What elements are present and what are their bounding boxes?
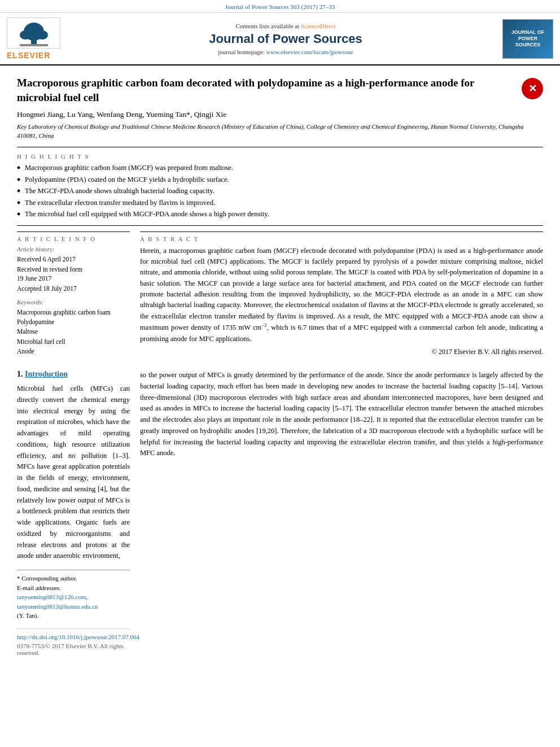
article-title-section: Macroporous graphitic carbon foam decora…: [17, 76, 543, 104]
article-info-label: A R T I C L E I N F O: [17, 231, 130, 242]
article-info-divider: [17, 225, 543, 226]
elsevier-logo-image: [7, 18, 60, 49]
article-body: Macroporous graphitic carbon foam decora…: [0, 65, 560, 667]
bottom-bar: http://dx.doi.org/10.1016/j.jpowsour.201…: [17, 628, 130, 656]
email-link-2[interactable]: tanyueming0813@hunnu.edu.cn: [17, 603, 98, 610]
elsevier-tree-icon: [8, 19, 59, 47]
article-info-column: A R T I C L E I N F O Article history: R…: [17, 231, 130, 357]
info-abstract-section: A R T I C L E I N F O Article history: R…: [17, 231, 543, 357]
journal-main-title: Journal of Power Sources: [69, 32, 502, 46]
email-label: E-mail addresses:: [17, 584, 61, 591]
list-item: The MGCF-PDA anode shows ultrahigh bacte…: [17, 186, 543, 196]
abstract-label: A B S T R A C T: [140, 231, 543, 242]
power-sources-logo-text: JOURNAL OFPOWERSOURCES: [511, 29, 544, 47]
journal-title-center: Contents lists available at ScienceDirec…: [69, 23, 502, 55]
authors-text: Hongmei Jiang, Lu Yang, Wenfang Deng, Yu…: [17, 110, 226, 119]
journal-reference-bar: Journal of Power Sources 363 (2017) 27–3…: [0, 0, 560, 13]
copyright-text: © 2017 Elsevier B.V. All rights reserved…: [140, 348, 543, 356]
section-number: 1.: [17, 370, 23, 378]
email-footnote: E-mail addresses: tanyueming0813@126.com…: [17, 583, 130, 611]
highlights-label: H I G H L I G H T S: [17, 153, 543, 160]
email-person: (Y. Tan).: [17, 611, 130, 621]
elsevier-logo-container: ELSEVIER: [7, 18, 69, 60]
contents-line: Contents lists available at ScienceDirec…: [69, 23, 502, 29]
keyword-item: Macroporous graphitic carbon foam: [17, 308, 130, 317]
keywords-label: Keywords:: [17, 299, 130, 305]
highlights-list: Macroporous graphitic carbon foam (MGCF)…: [17, 163, 543, 220]
footnote-area: * Corresponding author. E-mail addresses…: [17, 570, 130, 621]
crossmark-icon: ✕: [528, 82, 537, 95]
intro-right-text: so the power output of MFCs is greatly d…: [140, 370, 543, 459]
abstract-text: Herein, a macroporous graphitic carbon f…: [140, 246, 543, 345]
intro-right-column: so the power output of MFCs is greatly d…: [140, 370, 543, 656]
keyword-item: Microbial fuel cell: [17, 337, 130, 347]
keyword-item: Polydopamine: [17, 317, 130, 327]
issn-text: 0378-7753/© 2017 Elsevier B.V. All right…: [17, 643, 130, 656]
abstract-column: A B S T R A C T Herein, a macroporous gr…: [140, 231, 543, 357]
list-item: The extracellular electron transfer medi…: [17, 198, 543, 208]
article-history-label: Article history:: [17, 246, 130, 252]
intro-left-text: Microbial fuel cells (MFCs) can directly…: [17, 383, 130, 562]
elsevier-wordmark: ELSEVIER: [7, 51, 50, 60]
power-sources-logo: JOURNAL OFPOWERSOURCES: [502, 19, 553, 59]
corresponding-author-note: * Corresponding author.: [17, 574, 130, 583]
section-title: Introduction: [25, 370, 68, 378]
article-title: Macroporous graphitic carbon foam decora…: [17, 76, 514, 104]
svg-rect-5: [20, 44, 48, 46]
accepted-date: Accepted 18 July 2017: [17, 284, 130, 293]
journal-homepage: journal homepage: www.elsevier.com/locat…: [69, 49, 502, 55]
svg-point-3: [20, 30, 31, 40]
list-item: The microbial fuel cell equipped with MG…: [17, 209, 543, 220]
journal-ref-text: Journal of Power Sources 363 (2017) 27–3…: [225, 3, 335, 10]
highlights-divider: [17, 147, 543, 147]
affiliation-text: Key Laboratory of Chemical Biology and T…: [17, 123, 543, 140]
doi-link[interactable]: http://dx.doi.org/10.1016/j.jpowsour.201…: [17, 634, 139, 640]
journal-homepage-link[interactable]: www.elsevier.com/locate/jpowsour: [266, 49, 353, 55]
list-item: Polydopamine (PDA) coated on the MGCF yi…: [17, 175, 543, 185]
journal-header: ELSEVIER Contents lists available at Sci…: [0, 13, 560, 65]
section-heading: 1. Introduction: [17, 370, 130, 379]
keyword-item: Anode: [17, 347, 130, 356]
email-link-1[interactable]: tanyueming0813@126.com: [17, 593, 86, 600]
svg-point-4: [37, 30, 48, 40]
authors-line: Hongmei Jiang, Lu Yang, Wenfang Deng, Yu…: [17, 110, 543, 119]
intro-left-column: 1. Introduction Microbial fuel cells (MF…: [17, 370, 130, 656]
crossmark-badge[interactable]: ✕: [522, 78, 543, 99]
keyword-item: Maltose: [17, 327, 130, 337]
revised-date: Received in revised form19 June 2017: [17, 265, 130, 283]
introduction-section: 1. Introduction Microbial fuel cells (MF…: [17, 370, 543, 656]
sciencedirect-link[interactable]: ScienceDirect: [301, 23, 336, 29]
list-item: Macroporous graphitic carbon foam (MGCF)…: [17, 163, 543, 173]
received-date: Received 6 April 2017: [17, 255, 130, 264]
